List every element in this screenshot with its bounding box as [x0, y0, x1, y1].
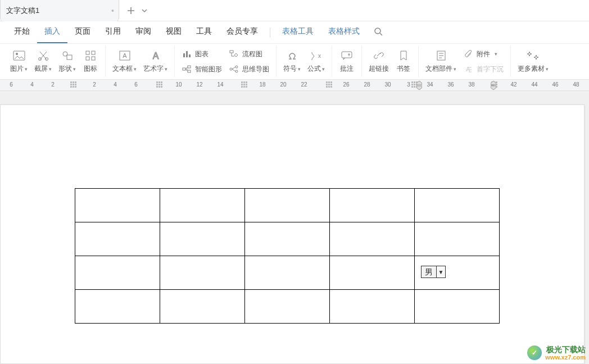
table-cell[interactable] — [75, 256, 160, 290]
svg-point-21 — [230, 68, 232, 70]
dropcap-icon: A — [463, 65, 473, 73]
table-cell[interactable] — [160, 189, 245, 222]
ruler-tick: 20 — [278, 81, 289, 88]
table-cell[interactable] — [245, 189, 330, 222]
svg-point-22 — [235, 66, 238, 68]
formula-button[interactable]: x 公式▾ — [304, 46, 328, 77]
watermark-brand: 极光下载站 — [546, 345, 586, 354]
omega-icon — [287, 49, 297, 62]
table-cell[interactable] — [75, 189, 160, 222]
comment-button[interactable]: 批注 — [336, 46, 358, 77]
table-cell[interactable] — [75, 290, 160, 324]
insert-shape-button[interactable]: 形状▾ — [55, 46, 79, 77]
symbol-label: 符号 — [283, 65, 297, 72]
insert-icon-button[interactable]: 图标 — [79, 46, 102, 77]
dropcap-button[interactable]: A 首字下沉 — [460, 63, 507, 75]
chart-button[interactable]: 图表 — [178, 48, 225, 60]
mindmap-button[interactable]: 思维导图 — [225, 63, 273, 75]
document-table[interactable] — [75, 188, 500, 324]
attachment-button[interactable]: 附件▾ — [460, 48, 507, 60]
svg-rect-16 — [189, 54, 191, 57]
hyperlink-button[interactable]: 超链接 — [365, 46, 392, 77]
dropdown-arrow-icon[interactable]: ▼ — [436, 266, 445, 277]
insert-picture-button[interactable]: 图片▾ — [7, 46, 31, 77]
table-cell[interactable] — [330, 189, 415, 222]
wordart-button[interactable]: A 艺术字▾ — [140, 46, 171, 77]
search-button[interactable] — [367, 27, 389, 43]
mindmap-icon — [229, 65, 239, 73]
chart-icon — [182, 50, 192, 58]
menu-divider — [270, 28, 270, 38]
svg-text:A: A — [152, 51, 158, 61]
bookmark-button[interactable]: 书签 — [392, 46, 415, 77]
gender-dropdown-field[interactable]: 男 ▼ — [421, 266, 446, 278]
wordart-label: 艺术字 — [143, 65, 164, 72]
margin-marker[interactable] — [491, 81, 496, 89]
link-icon — [373, 49, 384, 62]
ruler-tick: 18 — [257, 81, 268, 88]
table-cell[interactable] — [160, 222, 245, 256]
menu-view[interactable]: 视图 — [158, 24, 189, 43]
ruler-grid-marker — [70, 81, 77, 88]
table-cell[interactable] — [415, 290, 500, 324]
ruler-tick: 2 — [89, 81, 100, 88]
document-area[interactable]: 男 ▼ ✓ 极光下载站 www.xz7.com — [0, 91, 589, 364]
flowchart-icon — [229, 50, 239, 58]
document-tab[interactable]: 文字文稿1 • — [0, 0, 119, 21]
svg-point-3 — [38, 58, 41, 61]
textbox-button[interactable]: A 文本框▾ — [109, 46, 140, 77]
menu-reference[interactable]: 引用 — [98, 24, 128, 43]
menu-member[interactable]: 会员专享 — [219, 24, 265, 43]
screenshot-button[interactable]: 截屏▾ — [31, 46, 55, 77]
svg-text:A: A — [123, 52, 127, 59]
table-cell[interactable] — [245, 290, 330, 324]
watermark-logo-icon: ✓ — [527, 345, 542, 360]
insert-picture-label: 图片 — [10, 65, 24, 72]
ruler-tick: 6 — [6, 81, 17, 88]
docpart-button[interactable]: 文档部件▾ — [422, 46, 460, 77]
menu-bar: 开始 插入 页面 引用 审阅 视图 工具 会员专享 表格工具 表格样式 — [0, 21, 589, 44]
menu-home[interactable]: 开始 — [7, 24, 37, 43]
margin-marker[interactable] — [416, 81, 422, 89]
svg-point-4 — [45, 58, 48, 61]
page[interactable]: 男 ▼ — [0, 104, 585, 364]
menu-tools[interactable]: 工具 — [189, 24, 219, 43]
smartart-button[interactable]: 智能图形 — [178, 63, 225, 75]
menu-review[interactable]: 审阅 — [128, 24, 158, 43]
ruler-tick: 28 — [361, 81, 373, 88]
horizontal-ruler[interactable]: 6422461012141820222628303343638442444648 — [0, 80, 589, 91]
table-cell[interactable] — [245, 256, 330, 290]
svg-rect-19 — [188, 70, 191, 72]
table-cell[interactable] — [160, 290, 245, 324]
ruler-tick: 38 — [466, 81, 477, 88]
symbol-button[interactable]: 符号▾ — [280, 46, 304, 77]
table-cell[interactable] — [160, 256, 245, 290]
gender-dropdown-value: 男 — [422, 266, 436, 277]
table-cell[interactable] — [330, 256, 415, 290]
new-tab-button[interactable] — [127, 7, 135, 15]
table-cell[interactable] — [415, 189, 500, 222]
menu-table-tools[interactable]: 表格工具 — [275, 24, 321, 43]
svg-rect-14 — [183, 53, 185, 57]
comment-icon — [341, 49, 352, 62]
menu-page[interactable]: 页面 — [67, 24, 98, 43]
table-cell[interactable] — [330, 290, 415, 324]
flowchart-button[interactable]: 流程图 — [225, 48, 273, 60]
table-cell[interactable] — [245, 222, 330, 256]
formula-label: 公式 — [307, 65, 321, 72]
svg-rect-7 — [86, 51, 89, 54]
ruler-tick: 44 — [529, 81, 540, 88]
grid-icon — [85, 49, 96, 62]
smartart-label: 智能图形 — [195, 65, 222, 74]
svg-rect-10 — [92, 57, 95, 60]
table-cell[interactable] — [75, 222, 160, 256]
table-cell[interactable] — [415, 222, 500, 256]
tab-dropdown-button[interactable] — [142, 8, 147, 13]
tab-modified-dot: • — [111, 6, 114, 15]
docpart-icon — [436, 49, 446, 62]
more-material-button[interactable]: 更多素材▾ — [514, 46, 552, 77]
comment-label: 批注 — [340, 64, 354, 74]
menu-insert[interactable]: 插入 — [37, 24, 67, 43]
table-cell[interactable] — [330, 222, 415, 256]
menu-table-style[interactable]: 表格样式 — [321, 24, 367, 43]
